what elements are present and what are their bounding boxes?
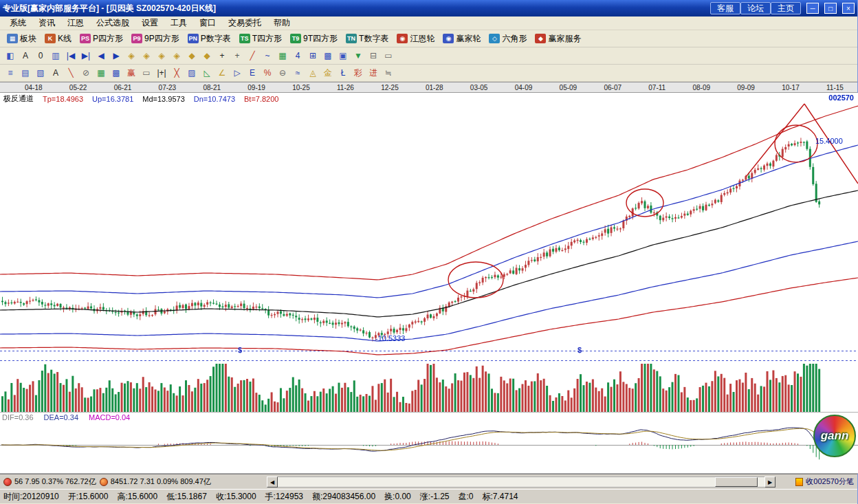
toolbar-item[interactable]: ◉ 赢家轮 bbox=[439, 32, 485, 46]
draw-tool-button[interactable]: ◈ bbox=[124, 49, 139, 63]
draw-tool-button[interactable]: ◈ bbox=[139, 49, 154, 63]
draw-tool-button[interactable]: ╳ bbox=[169, 66, 184, 80]
toolbar-item[interactable]: TN T数字表 bbox=[342, 32, 393, 46]
draw-tool-button[interactable]: ▥ bbox=[48, 49, 63, 63]
x-axis-date-label: 06-21 bbox=[114, 84, 132, 91]
draw-tool-button[interactable]: ▶ bbox=[109, 49, 124, 63]
draw-tool-button[interactable]: |+| bbox=[154, 66, 169, 80]
menu-item[interactable]: 交易委托 bbox=[223, 17, 267, 30]
menu-item[interactable]: 公式选股 bbox=[91, 17, 135, 30]
draw-tool-button[interactable]: ▨ bbox=[184, 66, 199, 80]
dollar-marker: $ bbox=[578, 346, 582, 354]
draw-tool-button[interactable]: 4 bbox=[290, 49, 305, 63]
draw-tool-button[interactable]: ⊘ bbox=[78, 66, 94, 80]
draw-tool-button[interactable]: ╱ bbox=[245, 49, 260, 63]
x-axis-date-label: 06-07 bbox=[604, 84, 622, 91]
toolbar-item[interactable]: PS P四方形 bbox=[76, 32, 127, 46]
draw-tool-button[interactable]: ◆ bbox=[199, 49, 214, 63]
menu-item[interactable]: 窗口 bbox=[194, 17, 221, 30]
x-axis-date-label: 10-25 bbox=[292, 84, 310, 91]
toolbar-item-icon: TS bbox=[239, 34, 250, 43]
draw-tool-button[interactable]: ▣ bbox=[336, 49, 351, 63]
ohlc-field: 换:0.00 bbox=[384, 491, 411, 503]
toolbar-item[interactable]: ◉ 江恩轮 bbox=[393, 32, 439, 46]
draw-tool-button[interactable]: ◬ bbox=[305, 66, 320, 80]
toolbar-item[interactable]: K K线 bbox=[41, 32, 76, 46]
toolbar-item-icon: T9 bbox=[290, 34, 301, 43]
menu-item[interactable]: 工具 bbox=[165, 17, 192, 30]
ohlc-info-bar: 时间:20120910开:15.6000高:15.6000低:15.1867收:… bbox=[0, 489, 857, 503]
toolbar-item-label: P四方形 bbox=[93, 33, 123, 45]
menu-item[interactable]: 帮助 bbox=[268, 17, 296, 30]
toolbar-item[interactable]: ◇ 六角形 bbox=[485, 32, 531, 46]
draw-tool-button[interactable]: ▩ bbox=[109, 66, 124, 80]
draw-tool-button[interactable]: ╲ bbox=[63, 66, 78, 80]
menu-item[interactable]: 设置 bbox=[136, 17, 164, 30]
toolbar-item[interactable]: PN P数字表 bbox=[184, 32, 235, 46]
maximize-button[interactable]: □ bbox=[824, 3, 837, 14]
close-button[interactable]: × bbox=[842, 3, 855, 14]
toolbar-item[interactable]: P9 9P四方形 bbox=[127, 32, 184, 46]
draw-tool-button[interactable]: + bbox=[214, 49, 230, 63]
draw-tool-button[interactable]: ◆ bbox=[184, 49, 199, 63]
scroll-right-button[interactable]: ▶ bbox=[764, 476, 776, 487]
menu-item[interactable]: 系统 bbox=[4, 17, 32, 30]
tick-view-link[interactable]: 收002570分笔 bbox=[795, 476, 854, 487]
toolbar-item[interactable]: ▦ 板块 bbox=[3, 32, 41, 46]
minimize-button[interactable]: ─ bbox=[806, 3, 819, 14]
titlebar-link-button[interactable]: 主页 bbox=[771, 2, 801, 14]
gann-logo-text: gann bbox=[821, 429, 849, 443]
draw-tool-button[interactable]: ≒ bbox=[381, 66, 396, 80]
draw-tool-button[interactable]: ▦ bbox=[275, 49, 290, 63]
titlebar-link-button[interactable]: 客服 bbox=[710, 2, 740, 14]
draw-tool-button[interactable]: ▶| bbox=[78, 49, 94, 63]
draw-tool-button[interactable]: ▦ bbox=[94, 66, 109, 80]
toolbar-item[interactable]: ◆ 赢家服务 bbox=[531, 32, 585, 46]
draw-tool-button[interactable]: + bbox=[230, 49, 245, 63]
draw-tool-button[interactable]: ◺ bbox=[199, 66, 214, 80]
chart-scrollbar: ◀ ▶ bbox=[267, 476, 776, 487]
draw-tool-button[interactable]: ▭ bbox=[381, 49, 396, 63]
draw-tool-button[interactable]: 赢 bbox=[124, 66, 139, 80]
draw-tool-button[interactable]: 彩 bbox=[351, 66, 366, 80]
gann-logo: gann bbox=[813, 415, 856, 457]
draw-tool-button[interactable]: ≡ bbox=[3, 66, 18, 80]
toolbar-item[interactable]: T9 9T四方形 bbox=[286, 32, 342, 46]
draw-tool-button[interactable]: ≈ bbox=[290, 66, 305, 80]
menu-item[interactable]: 资讯 bbox=[33, 17, 60, 30]
draw-tool-button[interactable]: 0 bbox=[33, 49, 48, 63]
draw-tool-button[interactable]: 进 bbox=[366, 66, 381, 80]
draw-tool-button[interactable]: ▧ bbox=[33, 66, 48, 80]
draw-tool-button[interactable]: Ł bbox=[336, 66, 351, 80]
toolbar-item[interactable]: TS T四方形 bbox=[235, 32, 286, 46]
draw-tool-button[interactable]: ⊞ bbox=[305, 49, 320, 63]
draw-tool-button[interactable]: A bbox=[18, 49, 33, 63]
titlebar-link-button[interactable]: 论坛 bbox=[740, 2, 771, 14]
title-bar: 专业版[赢家内部服务平台] - [贝因美 SZ002570-420日K线] 客服… bbox=[0, 0, 857, 17]
toolbar-item-icon: PN bbox=[188, 34, 199, 43]
x-axis-date-label: 08-09 bbox=[692, 84, 710, 91]
draw-tool-button[interactable]: ~ bbox=[260, 49, 275, 63]
draw-tool-button[interactable]: ∠ bbox=[214, 66, 230, 80]
draw-tool-button[interactable]: |◀ bbox=[63, 49, 78, 63]
draw-tool-button[interactable]: ▷ bbox=[230, 66, 245, 80]
draw-tool-button[interactable]: A bbox=[48, 66, 63, 80]
draw-tool-button[interactable]: E bbox=[245, 66, 260, 80]
draw-tool-button[interactable]: % bbox=[260, 66, 275, 80]
draw-tool-button[interactable]: ▩ bbox=[320, 49, 336, 63]
draw-tool-button[interactable]: ▭ bbox=[139, 66, 154, 80]
draw-tool-button[interactable]: ▤ bbox=[18, 66, 33, 80]
draw-tool-button[interactable]: 金 bbox=[320, 66, 336, 80]
scrollbar-track[interactable] bbox=[278, 476, 764, 487]
menu-item[interactable]: 江恩 bbox=[62, 17, 89, 30]
draw-tool-button[interactable]: ◈ bbox=[169, 49, 184, 63]
draw-tool-button[interactable]: ◀ bbox=[94, 49, 109, 63]
scrollbar-thumb[interactable] bbox=[715, 477, 758, 487]
draw-tool-button[interactable]: ⊟ bbox=[366, 49, 381, 63]
draw-tool-button[interactable]: ◧ bbox=[3, 49, 18, 63]
macd-value: MACD=0.04 bbox=[89, 413, 130, 421]
draw-tool-button[interactable]: ⊖ bbox=[275, 66, 290, 80]
draw-tool-button[interactable]: ◈ bbox=[154, 49, 169, 63]
scroll-left-button[interactable]: ◀ bbox=[267, 476, 278, 487]
draw-tool-button[interactable]: ▼ bbox=[351, 49, 366, 63]
